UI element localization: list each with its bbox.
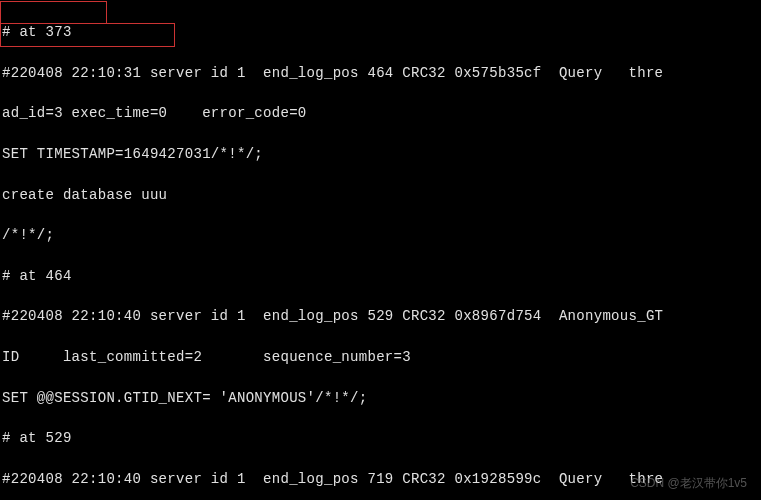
log-line: ID last_committed=2 sequence_number=3 — [2, 347, 759, 367]
log-line: #220408 22:10:40 server id 1 end_log_pos… — [2, 306, 759, 326]
log-line: ad_id=3 exec_time=0 error_code=0 — [2, 103, 759, 123]
log-line: # at 464 — [2, 266, 759, 286]
log-line: # at 373 — [2, 22, 759, 42]
log-line: /*!*/; — [2, 225, 759, 245]
watermark: CSDN @老汉带你1v5 — [630, 475, 747, 492]
log-line: SET TIMESTAMP=1649427031/*!*/; — [2, 144, 759, 164]
log-line: #220408 22:10:31 server id 1 end_log_pos… — [2, 63, 759, 83]
log-line: # at 529 — [2, 428, 759, 448]
terminal-output: # at 373 #220408 22:10:31 server id 1 en… — [2, 2, 759, 500]
log-line: SET @@SESSION.GTID_NEXT= 'ANONYMOUS'/*!*… — [2, 388, 759, 408]
log-line: create database uuu — [2, 185, 759, 205]
